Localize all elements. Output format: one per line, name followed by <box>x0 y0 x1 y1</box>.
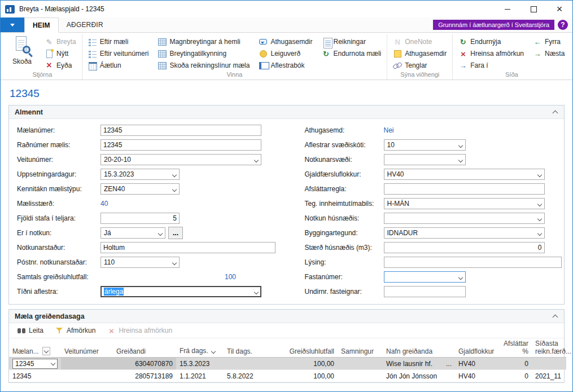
filter-button[interactable]: Afmörkun <box>51 325 99 336</box>
field-afslattarregla: Afsláttarregla: <box>305 182 565 196</box>
cell-afslattar[interactable]: 0 <box>500 370 532 382</box>
fyrra-button[interactable]: Fyrra <box>532 37 566 47</box>
help-button[interactable]: ? <box>558 20 568 30</box>
cell-fra-dags[interactable]: 15.3.2023 <box>176 358 224 370</box>
veitunumer-combo[interactable]: 20-20-10 <box>100 154 261 165</box>
col-til-dags[interactable]: Til dags. <box>224 338 273 358</box>
collapse-chevron-icon[interactable] <box>553 109 558 115</box>
samtals-greidsluhlutfall-value[interactable]: 100 <box>100 273 236 281</box>
teg-innheimtutimabils-combo[interactable]: H-MÁN <box>384 198 545 209</box>
fara-i-button[interactable]: Fara í <box>457 60 525 71</box>
tab-heim[interactable]: HEIM <box>24 17 59 33</box>
cell-greidandi[interactable]: 2805713189 <box>113 370 176 382</box>
postnr-combo[interactable]: 110 <box>100 257 180 268</box>
assist-edit-button[interactable]: ... <box>168 227 183 239</box>
cell-til-dags[interactable] <box>224 358 273 370</box>
cell-veitunumer[interactable] <box>61 370 113 382</box>
cell-nafn-greidanda[interactable]: Wise lausnir hf.... <box>383 358 455 370</box>
field-label: Fastanúmer: <box>305 273 384 281</box>
lysing-input[interactable] <box>384 257 562 268</box>
tidni-aflestra-combo[interactable]: árlega <box>100 286 261 297</box>
notkun-husnaedis-combo[interactable] <box>384 213 545 224</box>
maximize-button[interactable] <box>520 1 546 17</box>
tab-adgerdir[interactable]: AÐGERÐIR <box>59 17 111 32</box>
uppsetningardagur-combo[interactable]: 15.3.2023 <box>100 169 180 180</box>
athugasemdir-vidhengi-button[interactable]: Athugasemdir <box>392 49 448 59</box>
eftir-maeli-button[interactable]: Eftir mæli <box>87 37 150 47</box>
cell-gjaldflokkur[interactable]: HV40 <box>455 358 500 370</box>
er-i-notkun-combo[interactable]: Já <box>100 227 165 239</box>
minimize-button[interactable] <box>495 1 520 17</box>
endurnyja-button[interactable]: Endurnýja <box>457 37 525 47</box>
byggingartegund-combo[interactable]: IDNADUR <box>384 227 545 239</box>
close-button[interactable] <box>546 1 572 17</box>
col-greidandi[interactable]: Greiðandi <box>113 338 176 358</box>
cell-samningur[interactable] <box>338 370 383 382</box>
section-almennt-header[interactable]: Almennt <box>9 105 564 119</box>
col-gjaldflokkur[interactable]: Gjaldflokkur <box>455 338 500 358</box>
eftir-veitunumeri-button[interactable]: Eftir veitunúmeri <box>87 49 150 59</box>
kennitakn-maelistypu-combo[interactable]: ZEN40 <box>100 183 180 195</box>
filter-dropdown-icon[interactable] <box>42 347 50 355</box>
athugasemd-value[interactable]: Nei <box>384 126 394 134</box>
cell-greidsluhlutfall[interactable]: 100,00 <box>273 358 338 370</box>
reikningar-button[interactable]: Reikningar <box>321 37 383 47</box>
fjoldi-stafa-input[interactable] <box>100 213 180 224</box>
skoda-reikningslinur-button[interactable]: Skoða reikningslínur mæla <box>156 60 251 71</box>
table-row-selected[interactable]: 12345 6304070870 15.3.2023 100,00 Wise l… <box>9 358 566 370</box>
notkunarstadur-input[interactable] <box>100 242 275 253</box>
col-afslattar[interactable]: Afsláttar % <box>500 338 532 358</box>
staerd-husnaedis-input[interactable] <box>384 242 545 253</box>
new-button[interactable]: Nýtt <box>43 49 77 59</box>
undirnr-fasteignar-input[interactable] <box>384 286 466 297</box>
cell-til-dags[interactable]: 5.8.2022 <box>224 370 273 382</box>
naesta-button[interactable]: Næsta <box>532 49 566 59</box>
endurnota-maeli-button[interactable]: Endurnota mæli <box>321 49 383 59</box>
cell-greidandi[interactable]: 6304070870 <box>113 358 176 370</box>
section-history-header[interactable]: Mæla greiðendasaga <box>9 310 564 323</box>
delete-button[interactable]: Eyða <box>43 60 77 71</box>
aflestrabok-button[interactable]: Aflestrabók <box>257 60 313 71</box>
magnbreytingar-button[interactable]: Magnbreytingar á hemli <box>156 37 251 47</box>
col-fra-dags[interactable]: Frá dags. <box>176 338 224 358</box>
maelanumer-input[interactable] <box>100 125 261 136</box>
assist-edit-button[interactable]: ... <box>444 360 452 368</box>
aaetlun-button[interactable]: Áætlun <box>87 60 150 71</box>
notkunarsvaedi-combo[interactable] <box>384 154 466 165</box>
col-veitunumer[interactable]: Veitunúmer <box>61 338 113 358</box>
tenglar-button[interactable]: Tenglar <box>392 60 448 71</box>
col-greidsluhlutfall[interactable]: Greiðsluhlutfall <box>273 338 338 358</box>
row-combo[interactable]: 12345 <box>12 359 58 369</box>
radnumer-maelis-input[interactable] <box>100 139 261 151</box>
col-sidasta-reiknfaerd[interactable]: Síðasta reikn.færð... <box>532 338 566 358</box>
gjaldfaersluflokkur-combo[interactable]: HV40 <box>384 169 545 180</box>
breytingatilkynning-button[interactable]: Breytingatilkynning <box>156 49 251 59</box>
cell-maelanumer[interactable]: 12345 <box>9 358 61 370</box>
cell-veitunumer[interactable] <box>61 358 113 370</box>
afslattarregla-input[interactable] <box>384 183 545 195</box>
file-menu-button[interactable] <box>1 17 24 32</box>
hreinsa-afmorkun-button[interactable]: Hreinsa afmörkun <box>457 49 525 59</box>
search-button[interactable]: Leita <box>14 325 47 336</box>
cell-greidsluhlutfall[interactable]: 100,00 <box>273 370 338 382</box>
cell-sidasta-reiknfaerd[interactable]: 2021_11 <box>532 370 566 382</box>
col-maelanumer[interactable]: Mælan... <box>9 338 61 358</box>
fastanumer-combo[interactable] <box>384 271 466 283</box>
maelisstaerd-value[interactable]: 40 <box>100 200 108 208</box>
aflestrar-svaediskoti-combo[interactable]: 10 <box>384 139 466 151</box>
table-row[interactable]: 12345 2805713189 1.1.2021 5.8.2022 100,0… <box>9 370 566 382</box>
cell-nafn-greidanda[interactable]: Jón Jón Jónsson <box>383 370 455 382</box>
cell-gjaldflokkur[interactable]: HV40 <box>455 370 500 382</box>
col-nafn-greidanda[interactable]: Nafn greiðanda <box>383 338 455 358</box>
cell-maelanumer[interactable]: 12345 <box>9 370 61 382</box>
view-button[interactable]: Skoða <box>7 34 37 65</box>
leiguverd-button[interactable]: Leiguverð <box>257 49 313 59</box>
cell-fra-dags[interactable]: 1.1.2021 <box>176 370 224 382</box>
cell-afslattar[interactable]: 0 <box>500 358 532 370</box>
clear-filter-label: Hreinsa afmörkun <box>119 327 172 334</box>
athugasemdir-button[interactable]: Athugasemdir <box>257 37 313 47</box>
cell-samningur[interactable] <box>338 358 383 370</box>
collapse-chevron-icon[interactable] <box>553 314 558 319</box>
col-samningur[interactable]: Samningur <box>338 338 383 358</box>
cell-sidasta-reiknfaerd[interactable] <box>532 358 566 370</box>
